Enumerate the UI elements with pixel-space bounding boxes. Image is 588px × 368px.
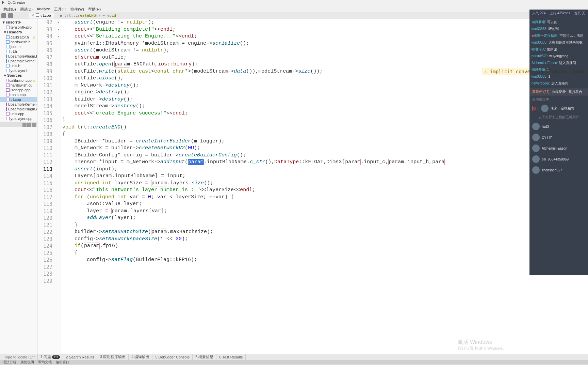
- back-icon[interactable]: [1, 13, 6, 18]
- code-line[interactable]: assert(modelStream != nullptr);: [62, 47, 588, 54]
- code-line[interactable]: IBuilderConfig* config = builder->create…: [62, 152, 588, 159]
- tree-item[interactable]: hardswish.h: [0, 40, 37, 44]
- user-item[interactable]: shenshen927: [532, 165, 585, 175]
- user-item[interactable]: bili_95344350969: [532, 154, 585, 165]
- code-area[interactable]: assert(engine != nullptr); cout<<"Buildi…: [61, 19, 588, 354]
- open-documents[interactable]: [0, 127, 37, 212]
- breadcrumb[interactable]: ● trt::createENG() → void: [60, 13, 116, 18]
- extra-tab[interactable]: 语法分析: [3, 360, 16, 365]
- menu-item[interactable]: Analyze: [35, 6, 52, 12]
- forward-icon[interactable]: [8, 13, 13, 18]
- panel-issues[interactable]: 1 问题111: [38, 354, 63, 360]
- code-line[interactable]: {: [62, 131, 588, 138]
- tree-item[interactable]: hardswish.cu: [0, 83, 37, 88]
- code-line[interactable]: engine->destroy();: [62, 89, 588, 96]
- locator[interactable]: [1, 354, 38, 360]
- tree-item[interactable]: json.h: [0, 44, 37, 49]
- top-user[interactable]: 榜1 未来一定很精彩: [529, 103, 588, 113]
- code-line[interactable]: }: [62, 117, 588, 124]
- close-icon[interactable]: ✕: [31, 13, 34, 18]
- overlay-tab-3[interactable]: 星打星台: [569, 90, 582, 94]
- code-line[interactable]: for (unsigned int var = 0; var < layerSi…: [62, 194, 588, 201]
- extra-tab[interactable]: 帮助文档: [38, 360, 52, 365]
- tree-item[interactable]: yololayer.h: [0, 68, 37, 73]
- code-line[interactable]: {: [62, 250, 588, 257]
- code-line[interactable]: modelStream->destroy();: [62, 103, 588, 110]
- menu-item[interactable]: 调试(D): [18, 6, 35, 12]
- code-line[interactable]: cout<<"This networt's layer number is : …: [62, 187, 588, 194]
- overlay-tab-rank[interactable]: 高能榜 (21): [532, 90, 550, 94]
- code-line[interactable]: cout<<"Serializing the Engine..."<<endl;: [62, 33, 588, 40]
- tree-item[interactable]: tensorrtF.pro: [0, 25, 37, 30]
- code-line[interactable]: builder->destroy();: [62, 96, 588, 103]
- extra-tab[interactable]: 输出窗口: [56, 360, 69, 365]
- code-line[interactable]: addLayer(layer);: [62, 215, 588, 222]
- panel-tests[interactable]: 8 Test Results: [216, 354, 246, 360]
- code-line[interactable]: IBuilder *builder = createInferBuilder(m…: [62, 138, 588, 145]
- code-line[interactable]: assert(input);: [62, 166, 588, 173]
- code-line[interactable]: ITensor *input = m_Network->addInput(par…: [62, 159, 588, 166]
- code-line[interactable]: unsigned int layerSize = param.layers.si…: [62, 180, 588, 187]
- project-root[interactable]: ▾ ensorrtF: [0, 20, 37, 25]
- panel-compile[interactable]: 4 编译输出: [129, 354, 152, 360]
- code-line[interactable]: assert(engine != nullptr);: [62, 19, 588, 26]
- code-line[interactable]: outFile.close();: [62, 75, 588, 82]
- code-line[interactable]: cout<<"Building complete!"<<endl;: [62, 26, 588, 33]
- code-line[interactable]: config->setMaxWorkspaceSize(1 << 30);: [62, 236, 588, 243]
- tree-item[interactable]: ▾ Sources: [0, 73, 37, 78]
- locator-input[interactable]: [4, 355, 35, 359]
- code-line[interactable]: cout<<"create Engine success!"<<endl;: [62, 110, 588, 117]
- tree-item[interactable]: trt.h: [0, 49, 37, 54]
- code-line[interactable]: }: [62, 222, 588, 229]
- tree-item[interactable]: UpsamplePlugin.h: [0, 54, 37, 59]
- code-line[interactable]: config->setFlag(BuilderFlag::kFP16);: [62, 257, 588, 264]
- project-tree[interactable]: ▾ ensorrtFtensorrtF.pro▾ Headerscalibrat…: [0, 19, 37, 122]
- code-line[interactable]: m_Network = builder->createNetworkV2(0U)…: [62, 145, 588, 152]
- tree-item[interactable]: jsoncpp.cpp: [0, 88, 37, 92]
- code-line[interactable]: ofstream outFile;: [62, 54, 588, 61]
- overlay-tab-2[interactable]: 淘汰记录: [552, 90, 566, 94]
- user-item[interactable]: Alchemist-Eason: [532, 143, 585, 154]
- tree-item[interactable]: utils.cpp: [0, 111, 37, 116]
- menu-item[interactable]: 控件(W): [68, 6, 86, 12]
- user-item[interactable]: fwd3: [532, 121, 585, 132]
- tree-item[interactable]: utils.h: [0, 63, 37, 68]
- tree-item[interactable]: calibrator.h⚠: [0, 35, 37, 40]
- code-line[interactable]: Json::Value layer;: [62, 201, 588, 208]
- panel-app-output[interactable]: 3 应用程序输出: [97, 354, 129, 360]
- tree-item[interactable]: UpsampleKernel.h: [0, 59, 37, 63]
- chat-list[interactable]: 南风梦曦: 可以的kun33333: 听的到■未来一定很精彩: 声音可以，清楚k…: [529, 17, 588, 88]
- panel-search[interactable]: 2 Search Results: [63, 354, 97, 360]
- code-editor[interactable]: 9293949596979899100101102103104105106107…: [37, 19, 588, 354]
- tree-item[interactable]: calibrator.cpp⚠: [0, 78, 37, 83]
- tree-item[interactable]: ▾ Headers: [0, 30, 37, 35]
- menu-item[interactable]: 工具(T): [52, 6, 68, 12]
- extra-tab[interactable]: 属性说明: [20, 360, 34, 365]
- filter-icon[interactable]: [22, 123, 27, 127]
- panel-debugger[interactable]: 5 Debugger Console: [152, 354, 193, 360]
- code-line[interactable]: nvinfer1::IHostMemory *modelStream = eng…: [62, 40, 588, 47]
- code-line[interactable]: builder->setMaxBatchSize(param.maxBatchs…: [62, 229, 588, 236]
- tree-item[interactable]: UpsamplePlugin.cpp: [0, 107, 37, 111]
- user-list[interactable]: fwd3CY-HYAlchemist-Easonbili_95344350969…: [529, 121, 588, 175]
- tree-item[interactable]: UpsampleKernel.cu: [0, 102, 37, 107]
- panel-general[interactable]: 6 概要信息: [193, 354, 216, 360]
- code-line[interactable]: m_Network->destroy();: [62, 82, 588, 89]
- menu-item[interactable]: 构建(B): [1, 6, 18, 12]
- tab-trt-cpp[interactable]: ✕ trt.cpp: [29, 13, 54, 18]
- split-icon[interactable]: [27, 123, 31, 127]
- close-icon[interactable]: [32, 123, 36, 127]
- fold-gutter[interactable]: ▾▾▾: [56, 19, 61, 354]
- user-item[interactable]: CY-HY: [532, 132, 585, 143]
- tree-item[interactable]: main.cpp: [0, 92, 37, 97]
- menu-item[interactable]: 帮助(H): [86, 6, 103, 12]
- code-line[interactable]: outFile.open(param.ENGPath,ios::binary);: [62, 61, 588, 68]
- code-line[interactable]: layer = param.layers[var];: [62, 208, 588, 215]
- code-line[interactable]: void trt::createENG(): [62, 124, 588, 131]
- extra-tabs: 语法分析属性说明帮助文档输出窗口: [0, 360, 588, 365]
- tree-item[interactable]: trt.cpp: [0, 97, 37, 102]
- overlay-tabs[interactable]: 高能榜 (21) 淘汰记录 星打星台: [529, 88, 588, 96]
- tree-item[interactable]: yololayer.cpp: [0, 116, 37, 121]
- code-line[interactable]: Layers[param.inputBlobName] = input;: [62, 173, 588, 180]
- code-line[interactable]: if(param.fp16): [62, 243, 588, 250]
